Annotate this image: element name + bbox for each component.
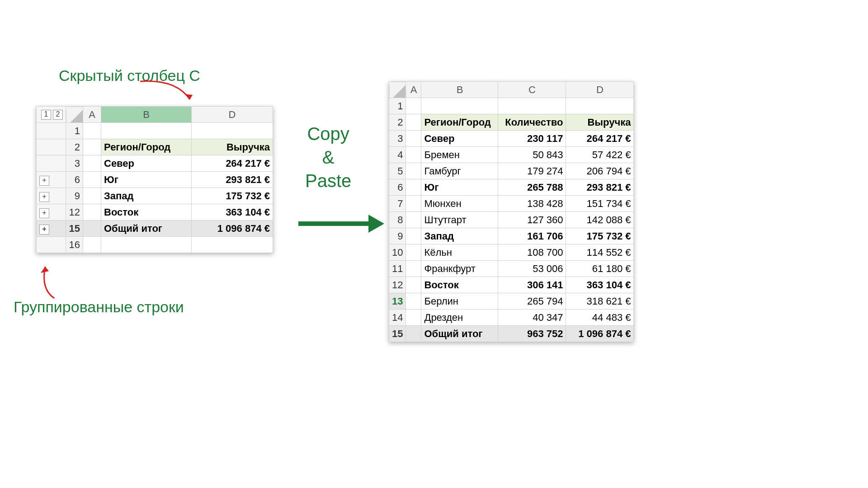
row-header[interactable]: 9 [389,228,406,244]
outline-expand-button[interactable]: + [39,176,49,186]
row-header[interactable]: 6 [389,179,406,196]
cell[interactable]: 175 732 € [192,188,273,204]
cell[interactable]: 264 217 € [192,155,273,172]
cell[interactable]: Дрезден [421,310,498,326]
row-header[interactable]: 13 [389,293,406,310]
cell[interactable]: Штутгарт [421,212,498,228]
cell[interactable] [406,114,421,131]
outline-expand-button[interactable]: + [39,192,49,202]
cell[interactable] [406,131,421,147]
cell[interactable]: Выручка [192,139,273,155]
cell[interactable]: Север [101,155,192,172]
cell[interactable] [83,188,101,204]
outline-expand-button[interactable]: + [39,225,49,235]
cell[interactable]: 138 428 [498,196,566,212]
cell[interactable]: 151 734 € [566,196,634,212]
cell[interactable]: Восток [101,204,192,221]
col-header-b[interactable]: B [421,82,498,98]
cell[interactable]: 293 821 € [192,172,273,188]
cell[interactable]: 318 621 € [566,293,634,310]
row-header[interactable]: 10 [389,244,406,261]
cell[interactable]: 363 104 € [566,277,634,293]
cell[interactable]: Мюнхен [421,196,498,212]
cell[interactable] [566,98,634,114]
row-header[interactable]: 12 [66,204,83,221]
cell[interactable] [406,261,421,277]
cell[interactable]: 1 096 874 € [192,221,273,237]
source-grid[interactable]: 1 2 A B D 12Регион/ГородВыручка3Север264… [36,106,273,253]
row-header[interactable]: 5 [389,163,406,179]
cell[interactable]: 306 141 [498,277,566,293]
cell[interactable]: 40 347 [498,310,566,326]
row-header[interactable]: 3 [389,131,406,147]
cell[interactable]: Регион/Город [421,114,498,131]
cell[interactable] [406,228,421,244]
cell[interactable]: Юг [101,172,192,188]
row-header[interactable]: 12 [389,277,406,293]
select-all-corner[interactable] [66,107,83,123]
cell[interactable]: Общий итог [421,326,498,342]
cell[interactable] [83,172,101,188]
cell[interactable] [83,123,101,139]
cell[interactable]: 1 096 874 € [566,326,634,342]
cell[interactable]: 108 700 [498,244,566,261]
cell[interactable]: Гамбург [421,163,498,179]
row-header[interactable]: 3 [66,155,83,172]
row-header[interactable]: 2 [66,139,83,155]
cell[interactable]: Общий итог [101,221,192,237]
cell[interactable]: 265 788 [498,179,566,196]
row-header[interactable]: 8 [389,212,406,228]
cell[interactable] [421,98,498,114]
outline-level-1-button[interactable]: 1 [41,110,51,120]
row-header[interactable]: 1 [66,123,83,139]
col-header-c[interactable]: C [498,82,566,98]
cell[interactable] [406,98,421,114]
cell[interactable] [406,293,421,310]
cell[interactable] [101,123,192,139]
row-header[interactable]: 6 [66,172,83,188]
col-header-d[interactable]: D [566,82,634,98]
row-header[interactable]: 7 [389,196,406,212]
cell[interactable]: 963 752 [498,326,566,342]
cell[interactable]: Регион/Город [101,139,192,155]
cell[interactable]: 293 821 € [566,179,634,196]
cell[interactable]: 127 360 [498,212,566,228]
row-header[interactable]: 15 [66,221,83,237]
cell[interactable]: Выручка [566,114,634,131]
cell[interactable] [406,326,421,342]
cell[interactable]: Бремен [421,147,498,163]
row-header[interactable]: 14 [389,310,406,326]
cell[interactable]: 142 088 € [566,212,634,228]
cell[interactable]: Берлин [421,293,498,310]
cell[interactable]: Кёльн [421,244,498,261]
cell[interactable]: Запад [101,188,192,204]
cell[interactable] [192,123,273,139]
cell[interactable]: 114 552 € [566,244,634,261]
row-header[interactable]: 15 [389,326,406,342]
col-header-a[interactable]: A [406,82,421,98]
cell[interactable] [83,204,101,221]
cell[interactable]: Восток [421,277,498,293]
cell[interactable]: 50 843 [498,147,566,163]
row-header[interactable]: 4 [389,147,406,163]
cell[interactable] [83,155,101,172]
cell[interactable] [192,237,273,253]
cell[interactable] [406,179,421,196]
cell[interactable] [406,196,421,212]
cell[interactable] [406,244,421,261]
cell[interactable]: 265 794 [498,293,566,310]
row-header[interactable]: 1 [389,98,406,114]
cell[interactable]: 363 104 € [192,204,273,221]
result-grid[interactable]: A B C D 12Регион/ГородКоличествоВыручка3… [389,81,634,342]
cell[interactable]: Юг [421,179,498,196]
outline-level-2-button[interactable]: 2 [53,110,63,120]
cell[interactable]: 264 217 € [566,131,634,147]
cell[interactable] [406,163,421,179]
cell[interactable]: 53 006 [498,261,566,277]
cell[interactable] [498,98,566,114]
cell[interactable]: 175 732 € [566,228,634,244]
cell[interactable] [406,277,421,293]
cell[interactable]: Франкфурт [421,261,498,277]
col-header-b[interactable]: B [101,107,192,123]
cell[interactable] [83,139,101,155]
